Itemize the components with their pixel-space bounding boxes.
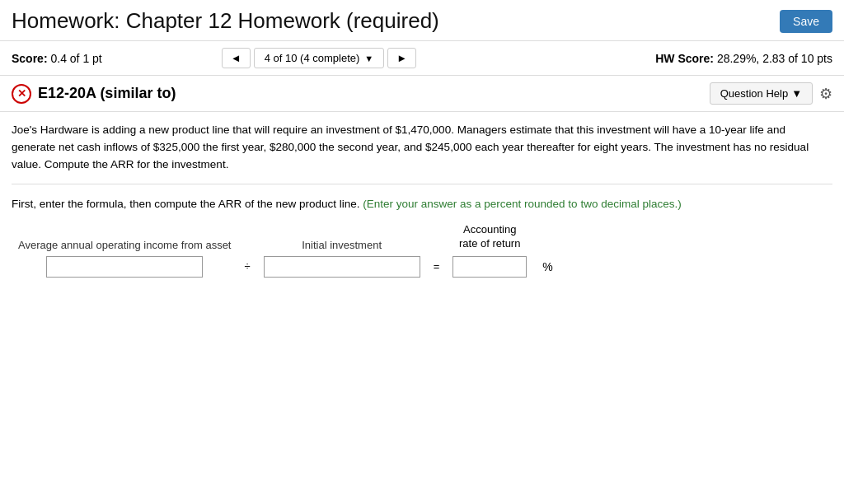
question-help-button[interactable]: Question Help ▼ xyxy=(710,82,813,105)
nav-progress[interactable]: 4 of 10 (4 complete) ▼ xyxy=(254,48,385,68)
arr-result-input[interactable] xyxy=(452,256,527,278)
col1-header: Average annual operating income from ass… xyxy=(12,222,237,253)
formula-table: Average annual operating income from ass… xyxy=(12,222,560,281)
nav-dropdown-icon: ▼ xyxy=(364,54,373,63)
equals-operator: = xyxy=(427,253,447,281)
initial-investment-input[interactable] xyxy=(264,256,420,278)
formula-section: Average annual operating income from ass… xyxy=(12,222,832,281)
formula-input-row: ÷ = % xyxy=(12,253,560,281)
hw-score: HW Score: 28.29%, 2.83 of 10 pts xyxy=(655,52,832,65)
hint-text: (Enter your answer as a percent rounded … xyxy=(363,198,681,210)
question-header: ✕ E12-20A (similar to) Question Help ▼ ⚙ xyxy=(0,76,844,112)
navigation-controls: ◄ 4 of 10 (4 complete) ▼ ► xyxy=(222,48,416,68)
nav-prev-button[interactable]: ◄ xyxy=(222,48,251,68)
gear-icon[interactable]: ⚙ xyxy=(819,85,832,103)
col3-input-cell xyxy=(446,253,533,281)
col1-input-cell xyxy=(12,253,237,281)
question-id: E12-20A (similar to) xyxy=(38,85,176,102)
percent-label-cell: % xyxy=(533,253,559,281)
col2-operator-header xyxy=(427,222,447,253)
question-id-area: ✕ E12-20A (similar to) xyxy=(12,84,176,104)
page-title: Homework: Chapter 12 Homework (required) xyxy=(12,8,439,34)
score-label: Score: 0.4 of 1 pt xyxy=(12,52,102,65)
problem-text: Joe's Hardware is adding a new product l… xyxy=(12,122,832,184)
col3-header: Accounting rate of return xyxy=(446,222,533,253)
score-bar: Score: 0.4 of 1 pt ◄ 4 of 10 (4 complete… xyxy=(0,41,844,76)
save-button[interactable]: Save xyxy=(780,10,832,33)
instruction-text: First, enter the formula, then compute t… xyxy=(12,198,832,210)
question-status-icon: ✕ xyxy=(12,84,31,104)
main-content: Joe's Hardware is adding a new product l… xyxy=(0,112,844,291)
page-header: Homework: Chapter 12 Homework (required)… xyxy=(0,0,844,41)
help-dropdown-icon: ▼ xyxy=(791,87,802,100)
col2-header: Initial investment xyxy=(257,222,427,253)
divide-operator: ÷ xyxy=(237,253,256,281)
col2-input-cell xyxy=(257,253,427,281)
annual-income-input[interactable] xyxy=(46,256,203,278)
formula-header-row: Average annual operating income from ass… xyxy=(12,222,560,253)
col1-operator-header xyxy=(237,222,256,253)
percent-symbol: % xyxy=(540,260,552,273)
nav-next-button[interactable]: ► xyxy=(387,48,416,68)
question-help-area: Question Help ▼ ⚙ xyxy=(710,82,832,105)
